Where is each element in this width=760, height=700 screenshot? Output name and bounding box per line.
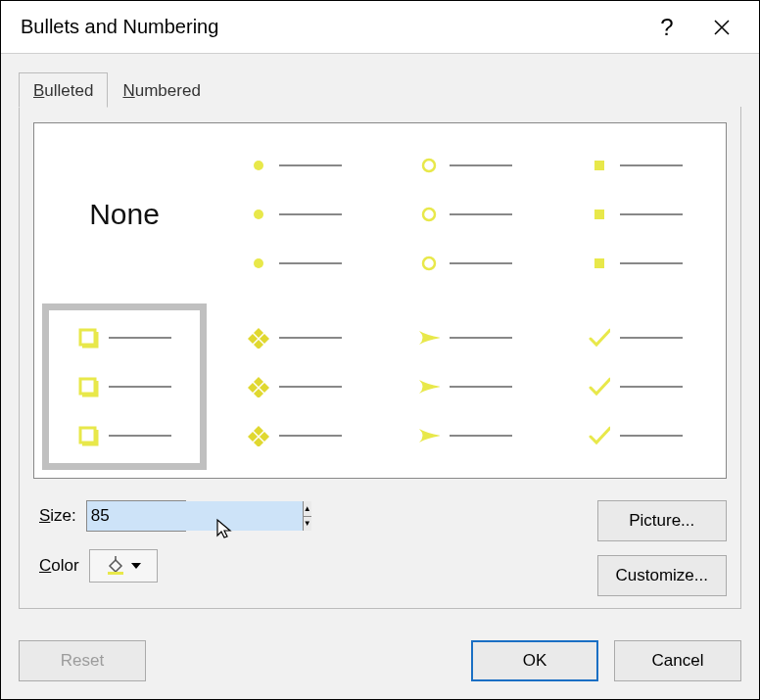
svg-point-4	[423, 209, 435, 220]
bullet-style-square-small[interactable]	[553, 131, 718, 298]
customize-button[interactable]: Customize...	[597, 555, 727, 596]
svg-point-0	[254, 161, 263, 170]
paint-bucket-icon	[106, 556, 125, 576]
svg-point-3	[423, 160, 435, 171]
reset-button: Reset	[19, 640, 146, 681]
size-label: Size:	[39, 506, 76, 526]
svg-rect-11	[80, 428, 95, 443]
dot-icon	[248, 155, 269, 176]
close-icon	[713, 19, 731, 36]
svg-point-5	[423, 257, 435, 269]
svg-rect-12	[108, 572, 123, 575]
titlebar: Bullets and Numbering ?	[1, 1, 759, 54]
svg-rect-9	[80, 330, 95, 345]
svg-rect-8	[594, 258, 604, 268]
arrow-icon	[418, 327, 440, 349]
size-input[interactable]	[87, 501, 303, 531]
svg-point-2	[254, 258, 263, 268]
square-small-icon	[589, 155, 610, 176]
bullet-controls: Size: ▲ ▼ % of text	[33, 494, 727, 596]
color-field: Color	[39, 549, 266, 583]
size-spin-up[interactable]: ▲	[304, 501, 311, 517]
chevron-down-icon	[131, 563, 141, 569]
tab-strip: Bulleted Numbered	[19, 70, 741, 107]
svg-rect-10	[80, 379, 95, 394]
svg-point-1	[254, 210, 263, 219]
bullet-style-none[interactable]: None	[42, 131, 207, 298]
svg-rect-6	[594, 161, 604, 170]
bullets-numbering-dialog: Bullets and Numbering ? Bulleted Numbere…	[0, 0, 760, 700]
bullet-style-diamonds[interactable]	[213, 303, 377, 470]
bullet-style-arrow[interactable]	[383, 303, 547, 470]
box-icon	[77, 327, 99, 349]
bullet-style-check[interactable]	[553, 303, 718, 470]
size-spinner[interactable]: ▲ ▼	[86, 500, 186, 532]
close-button[interactable]	[694, 3, 749, 52]
bullet-style-grid: None	[33, 122, 727, 479]
bullet-style-circle[interactable]	[383, 131, 547, 298]
tab-panel-bulleted: None	[19, 107, 741, 609]
ok-button[interactable]: OK	[471, 640, 598, 681]
dialog-body: Bulleted Numbered None	[1, 54, 759, 627]
size-field: Size: ▲ ▼ % of text	[39, 500, 266, 532]
picture-button[interactable]: Picture...	[597, 500, 727, 541]
color-picker-button[interactable]	[89, 549, 158, 583]
tab-numbered[interactable]: Numbered	[108, 72, 214, 108]
circle-icon	[418, 155, 440, 176]
size-spin-down[interactable]: ▼	[304, 517, 311, 532]
svg-rect-7	[594, 210, 604, 219]
tab-bulleted[interactable]: Bulleted	[19, 72, 108, 108]
dialog-title: Bullets and Numbering	[21, 16, 640, 38]
bullet-style-box[interactable]	[42, 303, 207, 470]
bullet-style-dot[interactable]	[213, 131, 377, 298]
help-button[interactable]: ?	[640, 3, 694, 52]
check-icon	[589, 327, 610, 349]
diamonds-icon	[248, 327, 269, 349]
cancel-button[interactable]: Cancel	[614, 640, 741, 681]
dialog-footer: Reset OK Cancel	[1, 627, 759, 699]
color-label: Color	[39, 556, 79, 576]
